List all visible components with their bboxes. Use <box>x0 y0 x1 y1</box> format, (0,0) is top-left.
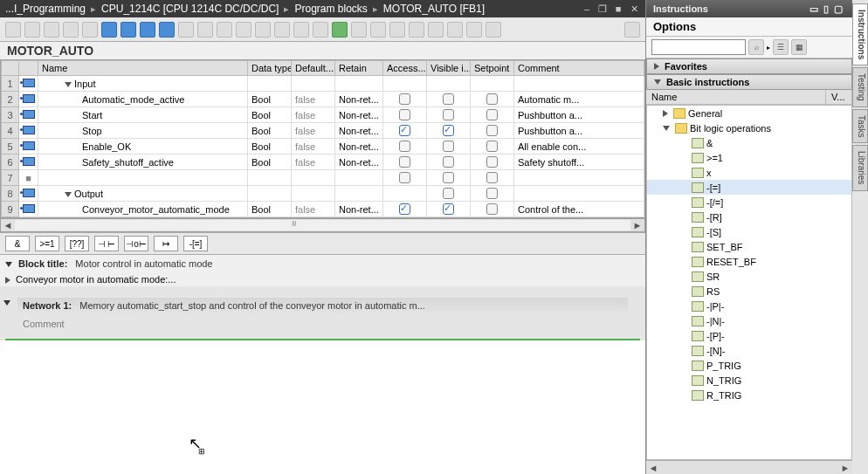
checkbox[interactable] <box>443 93 454 105</box>
toolbar-button[interactable] <box>217 22 232 38</box>
cell-visible[interactable] <box>427 76 471 92</box>
search-btn-icon[interactable]: ⌕ <box>748 39 764 55</box>
toolbar-button[interactable] <box>389 22 405 38</box>
cell-access[interactable] <box>383 186 427 202</box>
breadcrumb[interactable]: ...I_Programming <box>5 3 86 15</box>
toolbar-button[interactable] <box>5 22 21 38</box>
col-default[interactable]: Default... <box>292 61 335 76</box>
table-row[interactable]: 9 Conveyor_motor_automatic_mode Bool fal… <box>2 202 644 217</box>
search-input[interactable] <box>651 39 746 55</box>
toolbar-button[interactable] <box>24 22 40 38</box>
tree-item[interactable]: -[P]- <box>647 328 851 343</box>
toolbar-button[interactable] <box>624 22 640 38</box>
checkbox[interactable] <box>399 93 410 105</box>
tree-item[interactable]: -|N|- <box>647 313 851 328</box>
collapse-icon[interactable] <box>65 82 72 87</box>
view-list-icon[interactable]: ☰ <box>773 39 789 55</box>
cell-default[interactable] <box>292 186 335 202</box>
col-setpoint[interactable]: Setpoint <box>471 61 514 76</box>
cell-datatype[interactable]: Bool <box>248 202 292 217</box>
table-row[interactable]: 5 Enable_OK Bool false Non-ret... All en… <box>2 139 644 155</box>
checkbox[interactable] <box>486 203 498 215</box>
options-header[interactable]: Options <box>646 17 852 37</box>
breadcrumb[interactable]: CPU_1214C [CPU 1214C DC/DC/DC] <box>101 3 279 15</box>
cell-setpoint[interactable] <box>471 186 514 202</box>
panel-btn-icon[interactable]: ▢ <box>834 3 843 15</box>
tree-item[interactable]: x <box>647 165 851 180</box>
cell-datatype[interactable] <box>248 186 292 202</box>
cell-setpoint[interactable] <box>471 123 514 139</box>
cell-visible[interactable] <box>427 139 471 155</box>
cell-access[interactable] <box>383 202 427 217</box>
cell-access[interactable] <box>383 170 427 186</box>
cell-datatype[interactable] <box>248 170 292 186</box>
toolbar-button[interactable] <box>82 22 98 38</box>
cell-name[interactable]: Stop <box>38 123 248 139</box>
cell-name[interactable]: Conveyor_motor_automatic_mode <box>38 202 248 217</box>
instruction-tree[interactable]: GeneralBit logic operations&>=1x-[=]-[/=… <box>646 105 852 460</box>
cell-datatype[interactable]: Bool <box>248 123 292 139</box>
cell-default[interactable] <box>292 170 335 186</box>
cell-comment[interactable] <box>514 76 644 92</box>
logic-btn-unknown[interactable]: [??] <box>65 236 89 251</box>
checkbox[interactable] <box>486 125 498 136</box>
toolbar-button[interactable] <box>178 22 194 38</box>
toolbar-button[interactable] <box>428 22 444 38</box>
checkbox[interactable] <box>486 141 498 152</box>
checkbox[interactable] <box>486 156 498 168</box>
table-row[interactable]: 6 Safety_shutoff_active Bool false Non-r… <box>2 155 644 170</box>
cell-comment[interactable] <box>514 170 644 186</box>
cell-access[interactable] <box>383 155 427 170</box>
collapse-icon[interactable] <box>654 79 661 85</box>
tree-item[interactable]: General <box>647 106 851 120</box>
cell-retain[interactable]: Non-ret... <box>335 139 383 155</box>
cell-datatype[interactable]: Bool <box>248 155 292 170</box>
panel-btn-icon[interactable]: ▯ <box>823 3 829 15</box>
checkbox[interactable] <box>399 109 410 120</box>
tree-item[interactable]: -[/=] <box>647 195 851 210</box>
cell-comment[interactable]: Safety shutoff... <box>514 155 644 170</box>
table-row[interactable]: 7 ■ <box>2 170 644 186</box>
basic-instructions-section[interactable]: Basic instructions <box>646 74 852 90</box>
checkbox[interactable] <box>399 172 410 183</box>
network-header[interactable]: Network 1: Memory automatic_start_stop a… <box>17 298 628 313</box>
cell-name[interactable]: Safety_shutoff_active <box>38 155 248 170</box>
col-datatype[interactable]: Data type <box>248 61 292 76</box>
cell-setpoint[interactable] <box>471 202 514 217</box>
logic-btn-and[interactable]: & <box>5 236 30 251</box>
col-visible[interactable]: Visible i... <box>427 61 471 76</box>
toolbar-button[interactable] <box>370 22 386 38</box>
cell-datatype[interactable]: Bool <box>248 139 292 155</box>
scroll-right-icon[interactable]: ► <box>630 220 644 230</box>
tree-item[interactable]: RESET_BF <box>647 254 851 269</box>
cell-name[interactable]: Start <box>38 107 248 123</box>
tree-item[interactable]: -[S] <box>647 224 851 239</box>
tree-item[interactable]: & <box>647 135 851 150</box>
checkbox[interactable] <box>443 203 454 215</box>
block-title-row[interactable]: Block title: Motor control in automatic … <box>0 255 645 272</box>
collapse-icon[interactable] <box>3 300 10 306</box>
table-row[interactable]: 2 Automatic_mode_active Bool false Non-r… <box>2 92 644 107</box>
toolbar-button[interactable] <box>486 22 501 38</box>
expand-icon[interactable] <box>663 110 668 117</box>
col-comment[interactable]: Comment <box>514 61 644 76</box>
table-row[interactable]: 8 Output <box>2 186 644 202</box>
expand-icon[interactable] <box>5 277 10 284</box>
toolbar-button[interactable] <box>293 22 309 38</box>
close-icon[interactable]: ✕ <box>626 3 642 15</box>
cell-default[interactable]: false <box>292 139 335 155</box>
tree-item[interactable]: RS <box>647 284 851 299</box>
maximize-icon[interactable]: ■ <box>610 3 626 14</box>
toolbar-button[interactable] <box>121 22 136 38</box>
cell-name[interactable]: Output <box>38 186 248 202</box>
toolbar-button[interactable] <box>332 22 348 38</box>
checkbox[interactable] <box>486 109 498 120</box>
side-tab-testing[interactable]: Testing <box>852 67 868 107</box>
sub-title[interactable]: Conveyor motor in automatic mode:... <box>0 272 645 286</box>
cell-visible[interactable] <box>427 170 471 186</box>
cell-name[interactable]: Enable_OK <box>38 139 248 155</box>
cell-retain[interactable] <box>335 170 383 186</box>
cell-comment[interactable] <box>514 186 644 202</box>
cell-retain[interactable] <box>335 186 383 202</box>
cell-retain[interactable]: Non-ret... <box>335 123 383 139</box>
